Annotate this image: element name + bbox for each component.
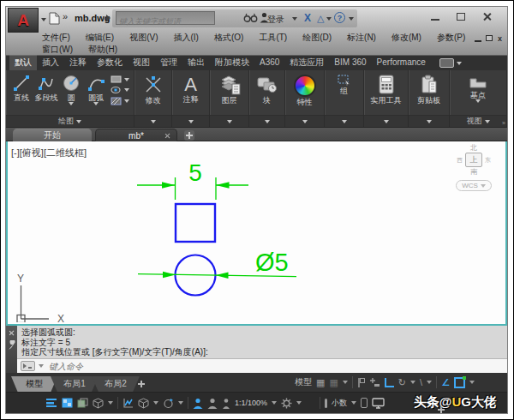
units-caret-icon[interactable] — [153, 401, 158, 405]
command-close-icon[interactable] — [9, 330, 15, 336]
panel-group-footer[interactable] — [325, 115, 363, 127]
tool-modify[interactable]: 修改 — [143, 72, 164, 105]
tool-arc[interactable]: 圆弧 — [84, 72, 109, 105]
layout-tab-model[interactable]: 模型 — [11, 376, 57, 392]
tool-clipboard[interactable]: 剪贴板 — [417, 72, 440, 105]
grid-snap-icon[interactable]: ▦ — [316, 377, 325, 387]
ribbon-tab-annotate[interactable]: 注释 — [64, 56, 92, 70]
tool-group[interactable]: 组 — [338, 72, 351, 95]
tool-properties[interactable]: 特性 — [294, 72, 316, 106]
ortho-mode-icon[interactable] — [385, 378, 394, 387]
viewcube-north[interactable]: 北 — [451, 144, 497, 152]
panel-modify-footer[interactable] — [134, 115, 171, 127]
ribbon-tab-insert[interactable]: 插入 — [37, 56, 64, 70]
app-menu-button[interactable]: A — [8, 8, 39, 33]
units-cube-icon[interactable] — [138, 398, 149, 409]
command-input[interactable] — [47, 361, 507, 372]
isoplane-caret-icon[interactable] — [427, 381, 432, 384]
annotation-person2-icon[interactable] — [207, 398, 218, 409]
menu-parametric[interactable]: 参数(P) — [429, 32, 473, 44]
menu-window[interactable]: 窗口(W) — [34, 44, 81, 56]
help-caret-icon[interactable] — [349, 17, 354, 21]
tool-utilities[interactable]: 实用工具 — [371, 72, 402, 105]
grid-display-icon[interactable]: ▦ — [329, 377, 338, 387]
new-drawing-tab-button[interactable] — [184, 130, 194, 141]
viewcube-west[interactable]: 西 — [457, 156, 463, 165]
workspace-gear-icon[interactable] — [281, 398, 292, 409]
menu-format[interactable]: 格式(O) — [206, 32, 251, 44]
3d-osnap-caret-icon[interactable] — [108, 401, 113, 405]
search-binoculars-icon[interactable] — [243, 12, 258, 23]
arc-caret-icon[interactable] — [93, 102, 99, 105]
isolate-objects-icon[interactable] — [325, 399, 327, 408]
menu-view[interactable]: 视图(V) — [122, 32, 165, 44]
command-customize-wrench-icon[interactable] — [8, 340, 16, 351]
layout-tab-layout2[interactable]: 布局2 — [92, 376, 140, 392]
dyn-constraints-icon[interactable] — [369, 377, 380, 387]
menu-file[interactable]: 文件(F) — [34, 32, 78, 44]
app-menu-caret-icon[interactable] — [41, 18, 46, 21]
minimize-button[interactable] — [431, 19, 439, 21]
square-shape[interactable] — [176, 204, 215, 242]
polar-caret-icon[interactable] — [410, 381, 415, 384]
doc-minimize-icon[interactable] — [475, 40, 481, 42]
panel-expand-icon[interactable]: » — [502, 121, 505, 126]
search-expand-icon[interactable] — [106, 15, 111, 21]
close-button[interactable] — [482, 12, 492, 21]
grid-caret-icon[interactable] — [343, 381, 348, 384]
lineweight-icon[interactable] — [45, 398, 57, 408]
annotation-scale-value[interactable]: 1:1/100% — [235, 399, 267, 407]
ribbon-tab-view[interactable]: 视图 — [128, 56, 155, 70]
doc-restore-icon[interactable] — [486, 35, 493, 41]
help-icon[interactable]: ? — [334, 12, 345, 23]
new-layout-button[interactable] — [136, 379, 146, 389]
clean-screen-monitor-icon[interactable] — [372, 398, 385, 409]
dynamic-input-icon[interactable] — [357, 377, 365, 388]
tool-ellipse[interactable] — [111, 86, 129, 94]
ribbon-tab-addins[interactable]: 附加模块 — [210, 56, 254, 70]
menu-help[interactable]: 帮助(H) — [81, 44, 125, 56]
menu-dimension[interactable]: 标注(N) — [339, 32, 384, 44]
scale-caret-icon[interactable] — [272, 401, 277, 405]
menu-tools[interactable]: 工具(T) — [251, 32, 295, 44]
ribbon-tab-home[interactable]: 默认 — [9, 55, 37, 70]
annotation-visibility-icon[interactable] — [193, 398, 203, 409]
polar-tracking-icon[interactable]: ↻ — [398, 377, 406, 387]
qat-expand-icon[interactable]: » — [63, 11, 68, 21]
panel-block-footer[interactable] — [249, 115, 284, 127]
viewcube-top[interactable]: 上 — [465, 153, 482, 167]
osnap-tracking-icon[interactable]: ∠ — [441, 377, 450, 387]
viewport-controls-label[interactable]: [-][俯视][二维线框] — [11, 147, 87, 159]
new-file-icon[interactable] — [49, 12, 60, 25]
circle-caret-icon[interactable] — [69, 102, 74, 105]
tool-line[interactable]: 直线 — [9, 72, 34, 102]
menu-edit[interactable]: 编辑(E) — [78, 32, 122, 44]
tool-circle[interactable]: 圆 — [59, 72, 84, 105]
panel-layers-footer[interactable] — [210, 115, 248, 127]
exchange-apps-icon[interactable]: △ — [317, 13, 324, 24]
ribbon-tab-a360[interactable]: A360 — [254, 56, 284, 70]
panel-utilities-footer[interactable] — [364, 115, 408, 127]
osnap-caret-icon[interactable] — [469, 381, 475, 384]
ribbon-tab-output[interactable]: 输出 — [182, 56, 210, 70]
sign-in-caret-icon[interactable] — [292, 17, 297, 21]
menu-draw[interactable]: 绘图(D) — [295, 32, 339, 44]
layout-tab-layout1[interactable]: 布局1 — [51, 376, 99, 392]
viewcube-south[interactable]: 南 — [451, 168, 497, 176]
viewcube-east[interactable]: 东 — [485, 156, 491, 165]
viewcube[interactable]: 北 西 上 东 南 WCS — [451, 144, 497, 191]
ribbon-tab-featured[interactable]: 精选应用 — [284, 56, 329, 70]
maximize-button[interactable] — [457, 13, 465, 21]
ribbon-tab-bim360[interactable]: BIM 360 — [329, 56, 371, 70]
tool-block[interactable]: 块 — [256, 72, 278, 105]
panel-draw-footer[interactable]: 绘图 — [6, 115, 134, 127]
panel-clipboard-footer[interactable] — [409, 115, 449, 127]
panel-properties-footer[interactable] — [285, 115, 324, 127]
object-snap-icon[interactable] — [454, 377, 465, 388]
menu-modify[interactable]: 修改(M) — [384, 32, 429, 44]
tool-rectangle[interactable] — [111, 75, 129, 83]
annotation-monitor-icon[interactable] — [123, 398, 134, 408]
annotation-autoscale-icon[interactable] — [163, 398, 174, 409]
panel-view-footer[interactable]: 视图 » — [450, 115, 506, 127]
command-history[interactable]: 选择圆弧或圆: 标注文字 = 5 指定尺寸线位置或 [多行文字(M)/文字(T)… — [17, 326, 507, 358]
